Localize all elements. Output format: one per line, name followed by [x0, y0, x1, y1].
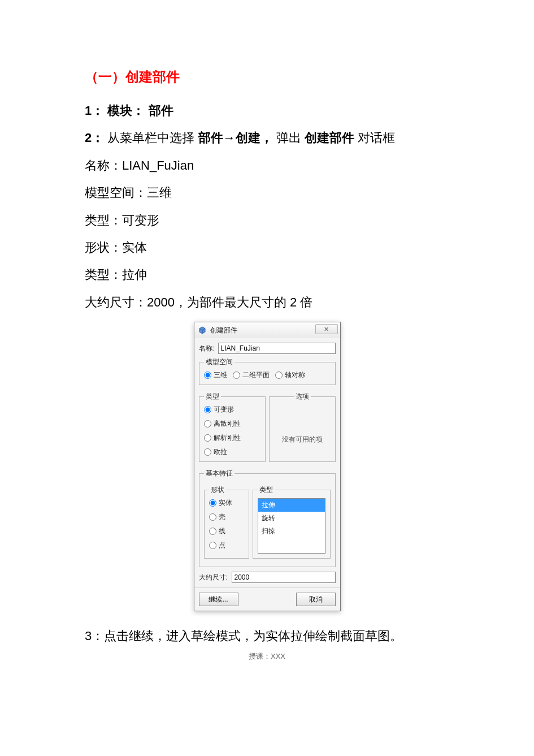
radio-solid-input[interactable] [209, 499, 216, 507]
shape-legend: 形状 [209, 485, 226, 495]
basefeature-fieldset: 基本特征 形状 实体 壳 [199, 469, 336, 567]
create-part-dialog: 创建部件 ✕ 名称: 模型空间 三维 [194, 322, 341, 611]
step-label: 模块： [107, 103, 145, 118]
dialog-wrap: 创建部件 ✕ 名称: 模型空间 三维 [85, 322, 449, 611]
option-sweep[interactable]: 扫掠 [258, 525, 325, 538]
type-legend: 类型 [204, 392, 221, 401]
options-legend: 选项 [294, 392, 311, 401]
radio-axi[interactable]: 轴对称 [275, 370, 305, 380]
dialog-body: 名称: 模型空间 三维 二维平面 [194, 338, 340, 587]
step-number: 2： [85, 131, 104, 145]
radio-shell-input[interactable] [209, 513, 216, 521]
param-type2: 类型：拉伸 [85, 261, 449, 288]
radio-label: 欧拉 [214, 447, 227, 457]
shape-fieldset: 形状 实体 壳 [204, 485, 249, 559]
param-shape: 形状：实体 [85, 234, 449, 261]
param-name: 名称：LIAN_FuJian [85, 152, 449, 179]
param-type1: 类型：可变形 [85, 207, 449, 234]
name-row: 名称: [199, 343, 336, 354]
cancel-button[interactable]: 取消 [296, 593, 336, 606]
footer-note: 授课：XXX [0, 651, 534, 662]
feature-type-fieldset: 类型 拉伸 旋转 扫掠 [253, 485, 331, 559]
titlebar: 创建部件 ✕ [194, 322, 340, 338]
type-fieldset: 类型 可变形 离散刚性 解 [199, 392, 266, 462]
radio-label: 点 [219, 541, 225, 550]
radio-wire[interactable]: 线 [209, 526, 244, 536]
modelspace-fieldset: 模型空间 三维 二维平面 轴对称 [199, 357, 336, 385]
dialog-icon [198, 326, 207, 335]
option-extrude[interactable]: 拉伸 [258, 499, 325, 512]
feature-type-listbox[interactable]: 拉伸 旋转 扫掠 [258, 498, 325, 554]
step-number: 1： [85, 103, 104, 118]
radio-shell[interactable]: 壳 [209, 512, 244, 522]
radio-euler[interactable]: 欧拉 [204, 447, 261, 457]
step-2: 2： 从菜单栏中选择 部件→创建， 弹出 创建部件 对话框 [85, 124, 449, 152]
radio-label: 二维平面 [242, 370, 270, 380]
radio-3d[interactable]: 三维 [204, 370, 227, 380]
text-bold: 创建部件 [305, 131, 354, 145]
step-1: 1： 模块： 部件 [85, 97, 449, 124]
radio-label: 解析刚性 [214, 433, 241, 443]
radio-deformable[interactable]: 可变形 [204, 405, 261, 414]
feature-type-legend: 类型 [258, 485, 275, 495]
text: 从菜单栏中选择 [107, 131, 194, 145]
radio-wire-input[interactable] [209, 528, 216, 535]
radio-euler-input[interactable] [204, 448, 211, 456]
modelspace-legend: 模型空间 [204, 357, 235, 367]
text-bold: 部件→创建， [198, 131, 273, 145]
size-input[interactable] [232, 572, 336, 583]
radio-label: 实体 [219, 498, 232, 508]
radio-analytic[interactable]: 解析刚性 [204, 433, 261, 443]
continue-button[interactable]: 继续... [199, 593, 238, 606]
button-row: 继续... 取消 [194, 587, 340, 611]
radio-discrete-input[interactable] [204, 420, 211, 427]
basefeature-legend: 基本特征 [204, 469, 235, 478]
radio-deformable-input[interactable] [204, 406, 211, 413]
dialog-title: 创建部件 [210, 326, 237, 335]
option-rotate[interactable]: 旋转 [258, 512, 325, 525]
radio-label: 三维 [214, 370, 227, 380]
size-row: 大约尺寸: [199, 572, 336, 583]
radio-discrete[interactable]: 离散刚性 [204, 419, 261, 429]
no-options-text: 没有可用的项 [282, 418, 323, 444]
step-3: 3：点击继续，进入草绘模式，为实体拉伸绘制截面草图。 [85, 623, 449, 650]
document-page: （一）创建部件 1： 模块： 部件 2： 从菜单栏中选择 部件→创建， 弹出 创… [0, 0, 534, 673]
name-label: 名称: [199, 344, 218, 353]
text: 弹出 [276, 131, 301, 145]
radio-solid[interactable]: 实体 [209, 498, 244, 508]
radio-2d-input[interactable] [233, 371, 240, 379]
radio-axi-input[interactable] [275, 371, 283, 379]
text: 对话框 [358, 131, 395, 145]
radio-label: 轴对称 [285, 370, 305, 380]
name-input[interactable] [218, 343, 336, 354]
size-label: 大约尺寸: [199, 573, 232, 582]
section-title: （一）创建部件 [85, 68, 449, 86]
param-modelspace: 模型空间：三维 [85, 179, 449, 206]
options-fieldset: 选项 没有可用的项 [269, 392, 336, 462]
radio-point[interactable]: 点 [209, 541, 244, 550]
radio-3d-input[interactable] [204, 371, 211, 379]
radio-label: 壳 [219, 512, 225, 522]
close-button[interactable]: ✕ [315, 324, 338, 334]
type-options-row: 类型 可变形 离散刚性 解 [199, 388, 336, 465]
radio-label: 线 [219, 526, 225, 536]
param-size: 大约尺寸：2000，为部件最大尺寸的 2 倍 [85, 289, 449, 316]
radio-label: 离散刚性 [214, 419, 241, 429]
radio-point-input[interactable] [209, 542, 216, 549]
step-value: 部件 [149, 103, 173, 118]
radio-2d[interactable]: 二维平面 [233, 370, 270, 380]
radio-label: 可变形 [214, 405, 234, 414]
radio-analytic-input[interactable] [204, 434, 211, 442]
